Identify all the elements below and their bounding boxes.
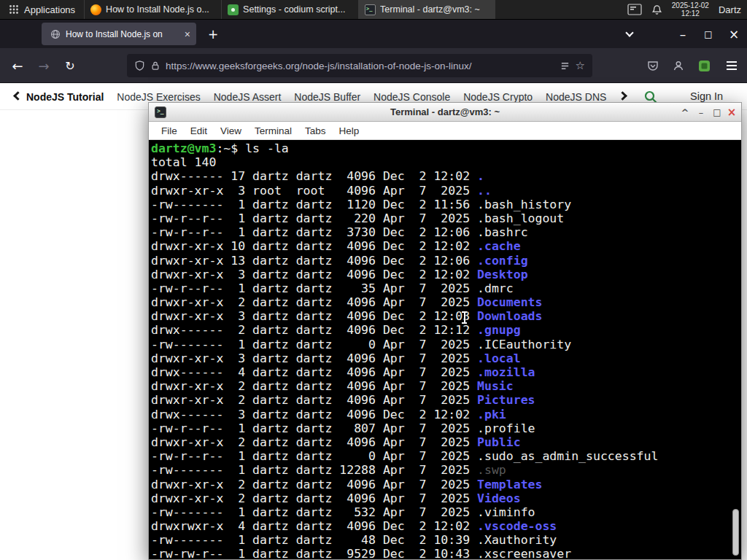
terminal-output-line: -rw-rw-r-- 1 dartz dartz 9529 Dec 2 10:4… bbox=[151, 547, 741, 559]
terminal-output-line: drwx------ 4 dartz dartz 4096 Apr 7 2025… bbox=[151, 365, 741, 379]
terminal-maximize-button[interactable]: □ bbox=[709, 103, 725, 122]
tray-window-icon[interactable] bbox=[627, 4, 642, 15]
terminal-content[interactable]: dartz@vm3:~$ ls -la total 140 drwx------… bbox=[149, 140, 741, 559]
account-icon[interactable] bbox=[668, 55, 689, 76]
firefox-icon bbox=[90, 4, 101, 15]
listing-fields: -rw------- 1 dartz dartz 12288 Apr 7 202… bbox=[151, 463, 477, 477]
reader-mode-icon[interactable] bbox=[560, 61, 570, 71]
listing-fields: drwx------ 17 dartz dartz 4096 Dec 2 12:… bbox=[151, 169, 477, 183]
site-nav-item[interactable]: NodeJS Assert bbox=[214, 91, 282, 103]
listing-name: .swp bbox=[477, 463, 506, 477]
bookmark-star-icon[interactable]: ☆ bbox=[576, 59, 585, 72]
clock[interactable]: 2025-12-02 12:12 bbox=[672, 1, 709, 18]
listing-fields: -rw------- 1 dartz dartz 48 Dec 2 10:39 bbox=[151, 533, 477, 547]
terminal-output-line: -rw------- 1 dartz dartz 48 Dec 2 10:39 … bbox=[151, 533, 741, 547]
terminal-menu-item[interactable]: Tabs bbox=[298, 125, 333, 136]
applications-menu[interactable]: Applications bbox=[0, 0, 84, 19]
settings-icon bbox=[228, 4, 239, 15]
back-button[interactable]: ← bbox=[5, 53, 30, 78]
pocket-icon[interactable] bbox=[643, 55, 663, 76]
site-nav-item[interactable]: NodeJS Exercises bbox=[117, 91, 200, 103]
site-nav-item[interactable]: NodeJS DNS bbox=[546, 91, 606, 103]
site-nav-item[interactable]: NodeJS Buffer bbox=[294, 91, 360, 103]
terminal-scrollbar-thumb[interactable] bbox=[732, 509, 739, 556]
terminal-menu-item[interactable]: View bbox=[214, 125, 248, 136]
listing-name: Desktop bbox=[477, 268, 528, 281]
listing-name: .bashrc bbox=[477, 225, 528, 239]
listing-fields: drwxr-xr-x 2 dartz dartz 4096 Apr 7 2025 bbox=[151, 295, 477, 309]
shade-button[interactable]: ^ bbox=[677, 103, 693, 122]
terminal-output-line: drwxr-xr-x 3 root root 4096 Apr 7 2025 .… bbox=[151, 184, 741, 198]
listing-name: .profile bbox=[477, 421, 535, 435]
tab-close-icon[interactable]: × bbox=[180, 28, 190, 40]
listing-fields: drwxr-xr-x 2 dartz dartz 4096 Apr 7 2025 bbox=[151, 393, 477, 407]
extension-icon[interactable] bbox=[694, 55, 714, 76]
terminal-output-line: drwxr-xr-x 10 dartz dartz 4096 Dec 2 12:… bbox=[151, 239, 741, 253]
terminal-close-button[interactable]: × bbox=[724, 103, 740, 122]
terminal-output-line: drwxr-xr-x 2 dartz dartz 4096 Apr 7 2025… bbox=[151, 435, 741, 449]
listing-fields: drwxr-xr-x 3 dartz dartz 4096 Dec 2 12:0… bbox=[151, 309, 477, 323]
chevron-down-icon[interactable] bbox=[619, 25, 640, 44]
terminal-minimize-button[interactable]: – bbox=[693, 103, 709, 122]
url-bar[interactable]: https://www.geeksforgeeks.org/node-js/in… bbox=[127, 54, 592, 77]
listing-name: .ICEauthority bbox=[477, 338, 571, 351]
terminal-output-line: drwxr-xr-x 2 dartz dartz 4096 Apr 7 2025… bbox=[151, 478, 741, 491]
terminal-menu-item[interactable]: Help bbox=[333, 125, 366, 136]
listing-fields: drwx------ 3 dartz dartz 4096 Dec 2 12:0… bbox=[151, 408, 477, 421]
terminal-icon bbox=[155, 106, 166, 118]
browser-tab-bar: How to Install Node.js on × + – □ × bbox=[0, 20, 747, 48]
listing-fields: drwx------ 2 dartz dartz 4096 Dec 2 12:1… bbox=[151, 323, 477, 337]
taskbar-tray: 2025-12-02 12:12 Dartz bbox=[627, 0, 747, 19]
browser-tab[interactable]: How to Install Node.js on × bbox=[42, 23, 196, 45]
site-nav-item[interactable]: NodeJS Crypto bbox=[463, 91, 533, 103]
terminal-output-line: drwxrwxr-x 4 dartz dartz 4096 Dec 2 12:0… bbox=[151, 519, 741, 533]
menu-icon[interactable] bbox=[719, 53, 744, 78]
desktop: Applications How to Install Node.js o...… bbox=[0, 0, 747, 560]
window-minimize-button[interactable]: – bbox=[673, 25, 693, 44]
taskbar-window-button[interactable]: Settings - codium script... bbox=[221, 0, 358, 19]
listing-fields: drwxr-xr-x 2 dartz dartz 4096 Apr 7 2025 bbox=[151, 478, 477, 491]
sign-in-link[interactable]: Sign In bbox=[690, 90, 723, 102]
listing-fields: drwxr-xr-x 3 dartz dartz 4096 Apr 7 2025 bbox=[151, 351, 477, 365]
reload-button[interactable]: ↻ bbox=[58, 53, 82, 78]
site-nav-item[interactable]: NodeJS Tutorial bbox=[26, 91, 104, 103]
listing-fields: -rw-r--r-- 1 dartz dartz 3730 Dec 2 12:0… bbox=[151, 225, 477, 239]
terminal-menu-item[interactable]: Terminal bbox=[248, 125, 298, 136]
listing-fields: drwxr-xr-x 2 dartz dartz 4096 Apr 7 2025 bbox=[151, 491, 477, 505]
taskbar-window-button[interactable]: How to Install Node.js o... bbox=[84, 0, 221, 19]
terminal-output-line: drwxr-xr-x 2 dartz dartz 4096 Apr 7 2025… bbox=[151, 491, 741, 505]
window-maximize-button[interactable]: □ bbox=[698, 25, 719, 44]
listing-name: .. bbox=[477, 184, 492, 198]
listing-fields: -rw------- 1 dartz dartz 532 Apr 7 2025 bbox=[151, 505, 477, 519]
nav-forward-chevron-icon[interactable] bbox=[618, 91, 627, 101]
listing-name: Downloads bbox=[477, 309, 542, 323]
listing-fields: drwxrwxr-x 4 dartz dartz 4096 Dec 2 12:0… bbox=[151, 519, 477, 533]
listing-name: Public bbox=[477, 435, 521, 449]
terminal-output-line: drwxr-xr-x 3 dartz dartz 4096 Apr 7 2025… bbox=[151, 351, 741, 365]
notifications-bell-icon[interactable] bbox=[651, 4, 662, 15]
terminal-menubar: FileEditViewTerminalTabsHelp bbox=[149, 122, 741, 140]
listing-name: .cache bbox=[477, 239, 521, 253]
new-tab-button[interactable]: + bbox=[203, 25, 223, 44]
terminal-output-line: drwx------ 17 dartz dartz 4096 Dec 2 12:… bbox=[151, 169, 741, 183]
site-nav-item[interactable]: NodeJS Console bbox=[374, 91, 450, 103]
terminal-menu-item[interactable]: Edit bbox=[184, 125, 214, 136]
terminal-output-line: -rw------- 1 dartz dartz 12288 Apr 7 202… bbox=[151, 463, 741, 477]
taskbar-window-title: Terminal - dartz@vm3: ~ bbox=[380, 4, 480, 15]
url-text: https://www.geeksforgeeks.org/node-js/in… bbox=[166, 61, 554, 71]
taskbar-window-button[interactable]: Terminal - dartz@vm3: ~ bbox=[358, 0, 495, 19]
shield-icon[interactable] bbox=[134, 60, 145, 71]
terminal-title: Terminal - dartz@vm3: ~ bbox=[390, 106, 500, 117]
window-close-button[interactable]: × bbox=[724, 25, 744, 44]
listing-name: .gnupg bbox=[477, 323, 521, 337]
terminal-output-line: -rw------- 1 dartz dartz 532 Apr 7 2025 … bbox=[151, 505, 741, 519]
terminal-menu-item[interactable]: File bbox=[155, 125, 184, 136]
terminal-titlebar[interactable]: Terminal - dartz@vm3: ~ ^ – □ × bbox=[149, 103, 741, 122]
taskbar: Applications How to Install Node.js o...… bbox=[0, 0, 747, 20]
listing-name: .xscreensaver bbox=[477, 547, 571, 559]
nav-back-chevron-icon[interactable] bbox=[13, 91, 23, 101]
taskbar-window-list: How to Install Node.js o...Settings - co… bbox=[84, 0, 495, 19]
applications-label: Applications bbox=[24, 4, 75, 15]
terminal-output-line: drwxr-xr-x 13 dartz dartz 4096 Dec 2 12:… bbox=[151, 254, 741, 268]
forward-button[interactable]: → bbox=[31, 53, 56, 78]
